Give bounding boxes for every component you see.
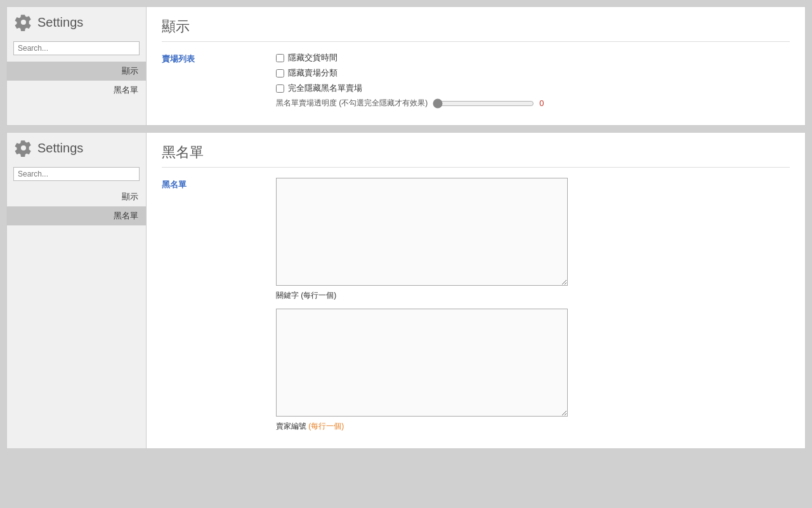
seller-section: 賣家編號 (每行一個) (276, 309, 790, 432)
keyword-textarea[interactable] (276, 178, 568, 286)
checkbox-label-hide-delivery: 隱藏交貨時間 (288, 52, 337, 64)
checkbox-row-1: 隱藏交貨時間 (276, 52, 790, 64)
search-input-2[interactable] (13, 167, 140, 181)
label-blacklist: 黑名單 (162, 178, 276, 190)
sidebar-nav-1: 顯示 黑名單 (7, 62, 146, 100)
sidebar-item-blacklist-2[interactable]: 黑名單 (7, 206, 146, 225)
sidebar-search-1 (7, 37, 146, 59)
sidebar-header-2: Settings (7, 133, 146, 163)
sidebar-panel2: Settings 顯示 黑名單 (7, 133, 147, 448)
keyword-label: 關鍵字 (每行一個) (276, 291, 336, 300)
panel-display: Settings 顯示 黑名單 顯示 賣場列表 隱藏交貨時間 (6, 6, 806, 126)
page-wrapper: Settings 顯示 黑名單 顯示 賣場列表 隱藏交貨時間 (0, 0, 812, 455)
panel-blacklist: Settings 顯示 黑名單 黑名單 黑名單 關鍵字 (每行 (6, 132, 806, 449)
settings-row-blacklist: 黑名單 關鍵字 (每行一個) 賣家編號 (每行一個) (162, 178, 790, 432)
keyword-section: 關鍵字 (每行一個) (276, 178, 790, 301)
sidebar-nav-2: 顯示 黑名單 (7, 187, 146, 225)
sidebar-item-blacklist-1[interactable]: 黑名單 (7, 81, 146, 100)
transparency-slider[interactable] (433, 98, 534, 109)
sidebar-header-1: Settings (7, 7, 146, 37)
slider-row: 黑名單賣場透明度 (不勾選完全隱藏才有效果) 0 (276, 98, 790, 109)
slider-value-display: 0 (539, 98, 552, 108)
label-seller-list: 賣場列表 (162, 52, 276, 65)
settings-row-display: 賣場列表 隱藏交貨時間 隱藏賣場分類 完全隱藏黑名單賣場 (162, 52, 790, 109)
seller-label: 賣家編號 (276, 422, 306, 431)
checkbox-label-hide-blacklist: 完全隱藏黑名單賣場 (288, 83, 362, 94)
sidebar-title-2: Settings (37, 141, 83, 156)
seller-label-row: 賣家編號 (每行一個) (276, 421, 790, 432)
blacklist-controls: 關鍵字 (每行一個) 賣家編號 (每行一個) (276, 178, 790, 432)
keyword-label-row: 關鍵字 (每行一個) (276, 290, 790, 301)
main-content-blacklist: 黑名單 黑名單 關鍵字 (每行一個) 賣家編號 (147, 133, 805, 448)
sidebar-panel1: Settings 顯示 黑名單 (7, 7, 147, 125)
sidebar-item-display-2[interactable]: 顯示 (7, 187, 146, 206)
seller-hint: (每行一個) (308, 422, 344, 431)
section-title-blacklist: 黑名單 (162, 143, 790, 168)
checkbox-row-2: 隱藏賣場分類 (276, 67, 790, 79)
sidebar-item-display-1[interactable]: 顯示 (7, 62, 146, 81)
checkbox-hide-category[interactable] (276, 69, 284, 77)
gear-icon-1 (15, 13, 32, 31)
sidebar-title-1: Settings (37, 15, 83, 30)
seller-textarea[interactable] (276, 309, 568, 417)
checkbox-hide-blacklist[interactable] (276, 84, 284, 93)
display-controls: 隱藏交貨時間 隱藏賣場分類 完全隱藏黑名單賣場 黑名單賣場透明度 (不勾選完全隱… (276, 52, 790, 109)
checkbox-label-hide-category: 隱藏賣場分類 (288, 67, 337, 79)
sidebar-search-2 (7, 163, 146, 185)
slider-label-text: 黑名單賣場透明度 (不勾選完全隱藏才有效果) (276, 98, 428, 109)
checkbox-row-3: 完全隱藏黑名單賣場 (276, 83, 790, 94)
main-content-display: 顯示 賣場列表 隱藏交貨時間 隱藏賣場分類 完全隱藏黑名單賣場 (147, 7, 805, 125)
section-title-display: 顯示 (162, 17, 790, 42)
checkbox-hide-delivery[interactable] (276, 54, 284, 62)
gear-icon-2 (15, 139, 32, 157)
search-input-1[interactable] (13, 41, 140, 55)
